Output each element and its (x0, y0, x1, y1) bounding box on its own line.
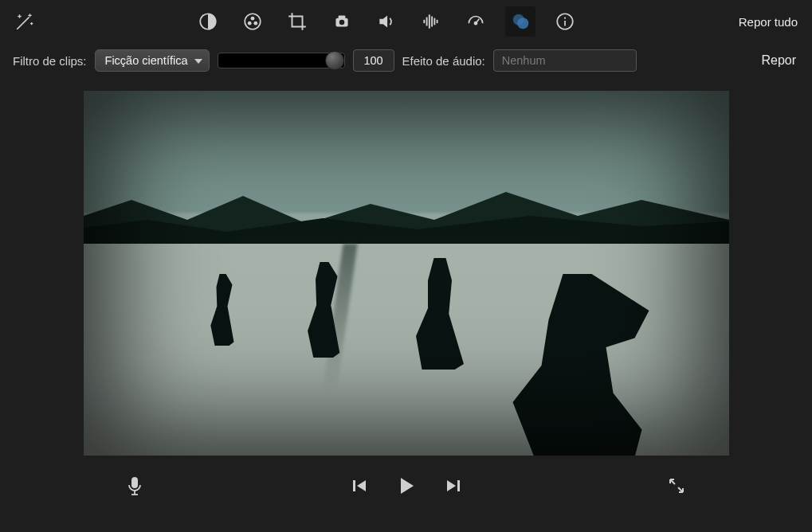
next-frame-button[interactable] (445, 477, 462, 495)
video-preview[interactable] (84, 91, 729, 456)
svg-point-7 (339, 20, 345, 25)
crop-icon[interactable] (282, 6, 312, 37)
svg-point-4 (254, 22, 258, 25)
svg-point-3 (248, 22, 252, 25)
svg-rect-24 (353, 480, 355, 491)
play-button[interactable] (395, 475, 418, 497)
slider-knob[interactable] (325, 51, 344, 70)
color-balance-icon[interactable] (193, 6, 223, 37)
reset-button[interactable]: Repor (758, 52, 799, 69)
filter-intensity-slider[interactable] (218, 53, 345, 68)
clip-filter-dropdown[interactable]: Ficção científica (95, 49, 210, 72)
filter-intensity-value[interactable]: 100 (353, 49, 394, 72)
clip-filter-label: Filtro de clips: (13, 54, 87, 68)
volume-icon[interactable] (371, 6, 402, 37)
reset-all-button[interactable]: Repor tudo (734, 12, 802, 32)
svg-rect-25 (457, 480, 460, 491)
enhance-icon[interactable] (10, 6, 40, 37)
audio-effect-placeholder: Nenhum (502, 54, 546, 67)
svg-point-2 (251, 17, 255, 21)
filters-icon[interactable] (505, 6, 535, 37)
audio-effect-dropdown[interactable]: Nenhum (493, 49, 637, 72)
clip-filter-value: Ficção científica (105, 54, 188, 67)
audio-effect-label: Efeito de áudio: (402, 54, 485, 68)
previous-frame-button[interactable] (351, 477, 368, 495)
noise-reduction-icon[interactable] (416, 6, 446, 37)
microphone-icon[interactable] (126, 475, 143, 496)
svg-rect-21 (131, 477, 138, 488)
svg-point-1 (245, 14, 261, 29)
stabilize-icon[interactable] (327, 6, 357, 37)
svg-point-17 (518, 18, 529, 29)
svg-point-15 (475, 22, 477, 25)
info-icon[interactable] (550, 6, 580, 37)
speed-icon[interactable] (461, 6, 491, 37)
svg-rect-6 (339, 15, 346, 18)
svg-point-19 (564, 18, 566, 19)
color-correction-icon[interactable] (237, 6, 268, 37)
preview-background (84, 180, 729, 244)
fullscreen-icon[interactable] (667, 476, 686, 495)
